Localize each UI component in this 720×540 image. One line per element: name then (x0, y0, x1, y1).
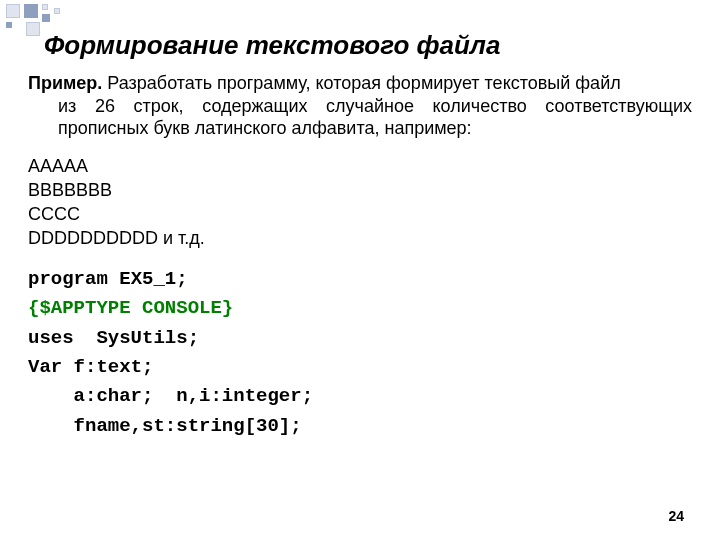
deco-square (42, 4, 48, 10)
slide-title: Формирование текстового файла (44, 30, 500, 61)
code-directive: {$APPTYPE CONSOLE} (28, 297, 233, 319)
code-text: EX5_1; (108, 268, 188, 290)
intro-first-line: Разработать программу, которая формирует… (102, 73, 620, 93)
code-text: f:text; (62, 356, 153, 378)
deco-square (24, 4, 38, 18)
intro-label: Пример. (28, 73, 102, 93)
code-text: a:char; n,i:integer; (28, 385, 313, 407)
slide-body: Пример. Разработать программу, которая ф… (28, 72, 692, 441)
example-line: DDDDDDDDDD и т.д. (28, 226, 692, 250)
deco-square (26, 22, 40, 36)
intro-paragraph: Пример. Разработать программу, которая ф… (28, 72, 692, 140)
code-keyword: program (28, 268, 108, 290)
intro-rest: из 26 строк, содержащих случайное количе… (28, 95, 692, 140)
code-block: program EX5_1; {$APPTYPE CONSOLE} uses S… (28, 265, 692, 442)
code-text: SysUtils; (74, 327, 199, 349)
code-keyword: Var (28, 356, 62, 378)
example-line: BBBBBBB (28, 178, 692, 202)
example-line: CCCC (28, 202, 692, 226)
page-number: 24 (668, 508, 684, 524)
code-text: fname,st:string[30]; (28, 415, 302, 437)
deco-square (6, 4, 20, 18)
deco-square (54, 8, 60, 14)
example-block: AAAAA BBBBBBB CCCC DDDDDDDDDD и т.д. (28, 154, 692, 251)
example-line: AAAAA (28, 154, 692, 178)
deco-square (42, 14, 50, 22)
slide: Формирование текстового файла Пример. Ра… (0, 0, 720, 540)
code-keyword: uses (28, 327, 74, 349)
deco-square (6, 22, 12, 28)
